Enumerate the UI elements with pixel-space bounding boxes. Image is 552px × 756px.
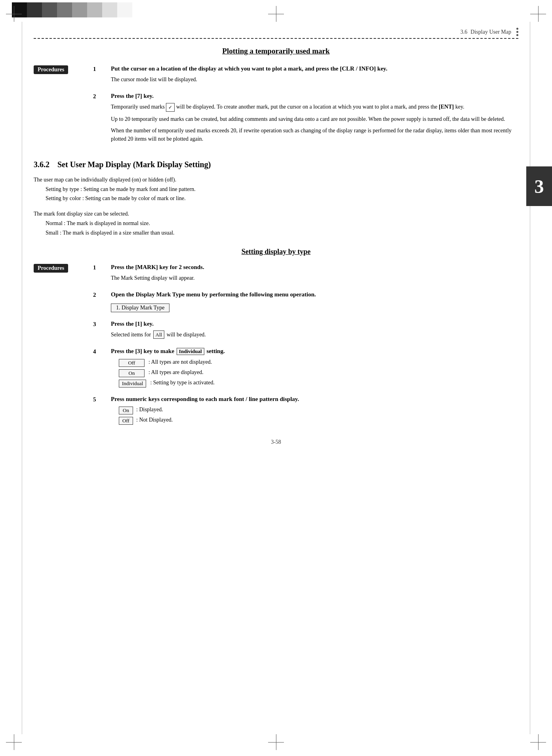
subsection-title: Setting display by type xyxy=(242,248,311,256)
color-square-2 xyxy=(27,2,42,17)
menu-item-box: 1. Display Mark Type xyxy=(111,304,169,312)
crosshair-top-center xyxy=(268,6,284,22)
color-square-8 xyxy=(117,2,132,17)
option-individual-row: Individual : Setting by type is activate… xyxy=(119,380,518,388)
sub-step3-text: Selected items for All will be displayed… xyxy=(111,330,518,339)
all-box: All xyxy=(153,330,165,339)
step2-row: 2 Press the [7] key. Temporarily used ma… xyxy=(34,93,518,146)
step2-ent: [ENT] xyxy=(439,104,454,110)
step1-text: The cursor mode list will be displayed. xyxy=(111,75,518,84)
sub-step2-content: Open the Display Mark Type menu by perfo… xyxy=(111,291,518,315)
sub-step3-content: Press the [1] key. Selected items for Al… xyxy=(111,321,518,342)
step2-text1: Temporarily used marks xyxy=(111,104,165,110)
sub-step5-number: 5 xyxy=(93,396,96,403)
step2-num: 2 xyxy=(93,93,111,100)
section2-desc1: The user map can be individually display… xyxy=(34,175,518,185)
step2-content: Press the [7] key. Temporarily used mark… xyxy=(111,93,518,146)
option-on-row: On : All types are displayed. xyxy=(119,369,518,377)
section-3-6-2-block: 3.6.2 Set User Map Display (Mark Display… xyxy=(34,160,518,169)
sub-step5-row: 5 Press numeric keys corresponding to ea… xyxy=(34,396,518,427)
page-border-left xyxy=(22,22,22,734)
sub-step1-number: 1 xyxy=(93,264,96,271)
sub-step4-num: 4 xyxy=(93,348,111,355)
step5-off-desc: : Not Displayed. xyxy=(136,417,173,423)
step1-number: 1 xyxy=(93,66,96,72)
page-number: 3-58 xyxy=(34,439,518,445)
sub-step4-number: 4 xyxy=(93,348,96,355)
sub-step1-row: Procedures 1 Press the [MARK] key for 2 … xyxy=(34,264,518,285)
crosshair-bottom-right xyxy=(530,734,546,750)
section2-desc6: Small : The mark is displayed in a size … xyxy=(46,228,518,238)
step5-on-box: On xyxy=(119,407,133,414)
sub-step5-options: On : Displayed. Off : Not Displayed. xyxy=(119,407,518,425)
step2-text3: key. xyxy=(455,104,464,110)
section-3-6-2-heading: 3.6.2 Set User Map Display (Mark Display… xyxy=(34,160,518,169)
crosshair-top-right xyxy=(530,6,546,22)
procedures-badge-2: Procedures xyxy=(34,264,68,273)
step2-text4: Up to 20 temporarily used marks can be c… xyxy=(111,115,518,123)
section-number: 3.6 xyxy=(461,29,468,35)
color-square-3 xyxy=(42,2,57,17)
step2-bold: Press the [7] key. xyxy=(111,93,518,99)
sub-step1-content: Press the [MARK] key for 2 seconds. The … xyxy=(111,264,518,285)
sub-step3-row: 3 Press the [1] key. Selected items for … xyxy=(34,321,518,342)
section-title: Display User Map xyxy=(470,29,511,35)
step2-text5: When the number of temporarily used mark… xyxy=(111,126,518,143)
chapter-number: 3 xyxy=(535,176,544,197)
section2-info: The user map can be individually display… xyxy=(34,175,518,203)
section1-title: Plotting a temporarily used mark xyxy=(222,47,329,55)
section2-desc3: Setting by color : Setting can be made b… xyxy=(46,194,518,203)
step5-off-box: Off xyxy=(119,417,133,425)
color-square-7 xyxy=(102,2,117,17)
dot-3 xyxy=(516,34,518,36)
color-square-6 xyxy=(87,2,102,17)
option-off-box: Off xyxy=(119,359,145,367)
section2-font-info: The mark font display size can be select… xyxy=(34,209,518,237)
option-on-box: On xyxy=(119,369,145,377)
step5-on-desc: : Displayed. xyxy=(136,407,163,413)
sub-step1-num: 1 xyxy=(93,264,111,271)
page-num-text: 3-58 xyxy=(271,439,281,445)
option-individual-desc: : Setting by type is activated. xyxy=(150,380,215,386)
sub-step4-bold2: setting. xyxy=(206,348,225,354)
sub-step3-bold: Press the [1] key. xyxy=(111,321,518,327)
sub-step2-menu: 1. Display Mark Type xyxy=(111,301,518,315)
sub-step3-text1: Selected items for xyxy=(111,332,151,338)
crosshair-top-left xyxy=(6,6,22,22)
color-gradient-squares xyxy=(12,2,132,17)
option-off-row: Off : All types are not displayed. xyxy=(119,359,518,367)
option-on-desc: : All types are displayed. xyxy=(148,369,204,376)
dots-decoration xyxy=(516,28,518,36)
dot-1 xyxy=(516,28,518,30)
subsection-title-block: Setting display by type xyxy=(34,248,518,256)
section2-desc2: Setting by type : Setting can be made by… xyxy=(46,185,518,194)
procedures-badge-1: Procedures xyxy=(34,65,68,74)
option-individual-box: Individual xyxy=(119,380,146,388)
step1-bold: Put the cursor on a location of the disp… xyxy=(111,65,518,72)
sub-step4-bold: Press the [3] key to make Individual set… xyxy=(111,348,518,355)
sub-step4-row: 4 Press the [3] key to make Individual s… xyxy=(34,348,518,390)
sub-step5-bold: Press numeric keys corresponding to each… xyxy=(111,396,518,403)
step2-number: 2 xyxy=(93,93,96,99)
page: 3 3.6 Display User Map Plotting a tempor… xyxy=(0,0,552,756)
sub-step2-number: 2 xyxy=(93,292,96,298)
option-off-desc: : All types are not displayed. xyxy=(148,359,212,365)
main-content: 3.6 Display User Map Plotting a temporar… xyxy=(34,28,518,728)
color-square-4 xyxy=(57,2,72,17)
section-3-6-2-title: Set User Map Display (Mark Display Setti… xyxy=(57,160,211,169)
step5-option-off-row: Off : Not Displayed. xyxy=(119,417,518,425)
section-header: 3.6 Display User Map xyxy=(34,28,518,39)
step2-text: Temporarily used marks ✓ will be display… xyxy=(111,103,518,112)
sub-step5-num: 5 xyxy=(93,396,111,403)
sub-step1-badge-col: Procedures xyxy=(34,264,93,273)
sub-step3-text2: will be displayed. xyxy=(167,332,206,338)
section-3-6-2-number: 3.6.2 xyxy=(34,160,49,169)
section2-desc5: Normal : The mark is displayed in normal… xyxy=(46,219,518,228)
sub-step5-content: Press numeric keys corresponding to each… xyxy=(111,396,518,427)
step5-option-on-row: On : Displayed. xyxy=(119,407,518,414)
mark-icon: ✓ xyxy=(166,103,175,112)
crosshair-bottom-center xyxy=(268,734,284,750)
sub-step1-bold: Press the [MARK] key for 2 seconds. xyxy=(111,264,518,271)
sub-step3-number: 3 xyxy=(93,321,96,327)
chapter-marker: 3 xyxy=(526,166,552,206)
